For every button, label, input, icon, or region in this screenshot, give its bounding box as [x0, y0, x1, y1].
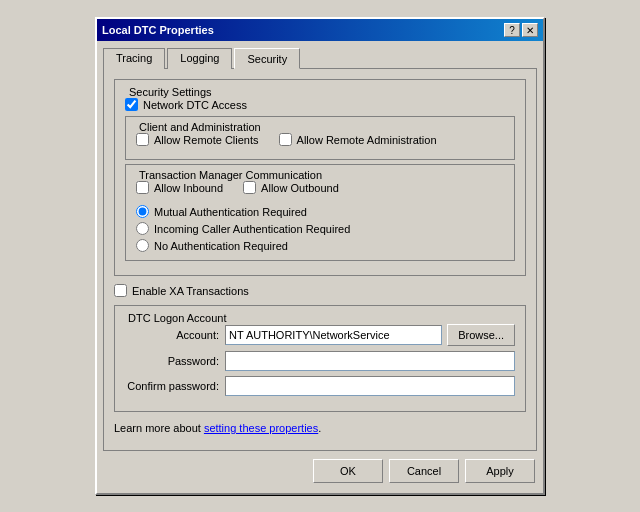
confirm-password-input[interactable] — [225, 376, 515, 396]
learn-more-suffix: . — [318, 422, 321, 434]
tab-content-security: Security Settings Network DTC Access Cli… — [103, 68, 537, 451]
security-settings-group: Security Settings Network DTC Access Cli… — [114, 79, 526, 276]
xa-transactions-row: Enable XA Transactions — [114, 284, 526, 297]
ok-button[interactable]: OK — [313, 459, 383, 483]
dtc-logon-legend: DTC Logon Account — [125, 312, 229, 324]
no-auth-radio[interactable] — [136, 239, 149, 252]
dialog-buttons: OK Cancel Apply — [97, 451, 543, 493]
mutual-auth-label: Mutual Authentication Required — [154, 206, 307, 218]
allow-remote-admin-checkbox[interactable] — [279, 133, 292, 146]
enable-xa-label: Enable XA Transactions — [132, 285, 249, 297]
network-dtc-checkbox[interactable] — [125, 98, 138, 111]
mutual-auth-radio[interactable] — [136, 205, 149, 218]
account-input[interactable] — [225, 325, 442, 345]
dtc-logon-group: DTC Logon Account Account: Browse... Pas… — [114, 305, 526, 412]
no-auth-row: No Authentication Required — [136, 239, 504, 252]
password-label: Password: — [125, 355, 225, 367]
incoming-caller-row: Incoming Caller Authentication Required — [136, 222, 504, 235]
allow-remote-clients-checkbox[interactable] — [136, 133, 149, 146]
network-dtc-row: Network DTC Access — [125, 98, 515, 111]
tab-logging[interactable]: Logging — [167, 48, 232, 69]
no-auth-label: No Authentication Required — [154, 240, 288, 252]
confirm-password-row: Confirm password: — [125, 376, 515, 396]
learn-more-text: Learn more about setting these propertie… — [114, 418, 526, 438]
security-settings-legend: Security Settings — [125, 86, 216, 98]
help-button[interactable]: ? — [504, 23, 520, 37]
auth-radio-group: Mutual Authentication Required Incoming … — [136, 205, 504, 252]
client-admin-group: Client and Administration Allow Remote C… — [125, 116, 515, 160]
tab-tracing[interactable]: Tracing — [103, 48, 165, 69]
allow-outbound-checkbox[interactable] — [243, 181, 256, 194]
allow-outbound-row: Allow Outbound — [243, 181, 339, 194]
password-row: Password: — [125, 351, 515, 371]
allow-remote-clients-row: Allow Remote Clients — [136, 133, 259, 146]
window-title: Local DTC Properties — [102, 24, 214, 36]
allow-remote-admin-row: Allow Remote Administration — [279, 133, 437, 146]
client-admin-legend: Client and Administration — [136, 121, 264, 133]
enable-xa-checkbox[interactable] — [114, 284, 127, 297]
transaction-manager-group: Transaction Manager Communication Allow … — [125, 164, 515, 261]
allow-inbound-row: Allow Inbound — [136, 181, 223, 194]
allow-remote-clients-label: Allow Remote Clients — [154, 134, 259, 146]
allow-inbound-checkbox[interactable] — [136, 181, 149, 194]
client-admin-options: Allow Remote Clients Allow Remote Admini… — [136, 133, 504, 151]
inbound-outbound-row: Allow Inbound Allow Outbound — [136, 181, 504, 199]
title-bar: Local DTC Properties ? ✕ — [97, 19, 543, 41]
allow-inbound-label: Allow Inbound — [154, 182, 223, 194]
cancel-button[interactable]: Cancel — [389, 459, 459, 483]
browse-button[interactable]: Browse... — [447, 324, 515, 346]
allow-remote-admin-label: Allow Remote Administration — [297, 134, 437, 146]
account-row: Account: Browse... — [125, 324, 515, 346]
network-dtc-label: Network DTC Access — [143, 99, 247, 111]
learn-more-link[interactable]: setting these properties — [204, 422, 318, 434]
apply-button[interactable]: Apply — [465, 459, 535, 483]
incoming-caller-radio[interactable] — [136, 222, 149, 235]
password-input[interactable] — [225, 351, 515, 371]
account-label: Account: — [125, 329, 225, 341]
learn-more-prefix: Learn more about — [114, 422, 204, 434]
incoming-caller-label: Incoming Caller Authentication Required — [154, 223, 350, 235]
tab-security[interactable]: Security — [234, 48, 300, 69]
window: Local DTC Properties ? ✕ Tracing Logging… — [95, 17, 545, 495]
mutual-auth-row: Mutual Authentication Required — [136, 205, 504, 218]
confirm-password-label: Confirm password: — [125, 380, 225, 392]
title-bar-buttons: ? ✕ — [504, 23, 538, 37]
transaction-manager-legend: Transaction Manager Communication — [136, 169, 325, 181]
close-button[interactable]: ✕ — [522, 23, 538, 37]
allow-outbound-label: Allow Outbound — [261, 182, 339, 194]
tab-bar: Tracing Logging Security — [97, 41, 543, 68]
